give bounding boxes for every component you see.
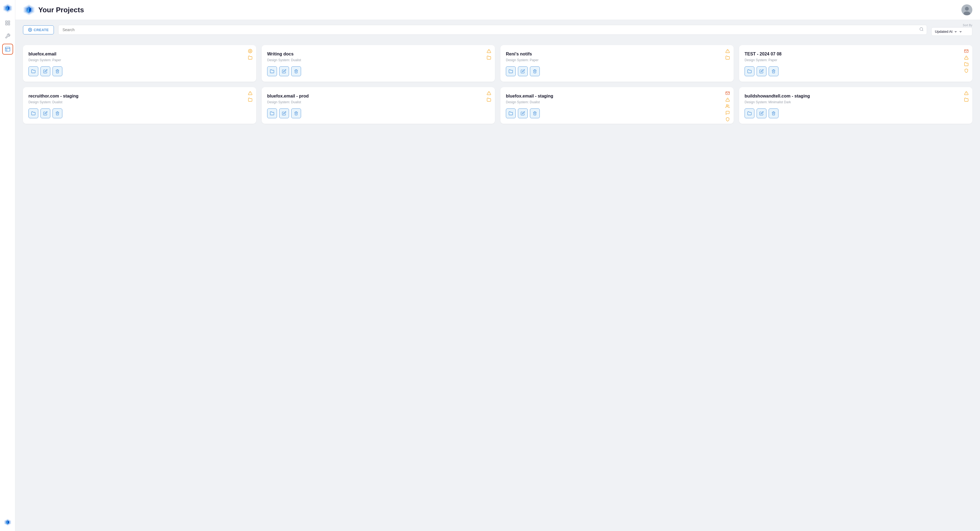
settings-orange-icon: [248, 49, 252, 54]
mail-red-icon: [964, 49, 969, 54]
project-actions: [506, 67, 728, 76]
project-card-icons: [964, 91, 969, 103]
project-card-icons: [725, 49, 730, 61]
svg-point-26: [965, 7, 969, 11]
create-icon: [28, 28, 32, 32]
edit-icon: [43, 69, 48, 73]
project-open-button[interactable]: [267, 67, 277, 76]
sort-wrapper: Sort By Updated At: [931, 24, 972, 36]
project-edit-button[interactable]: [279, 108, 289, 118]
edit-icon: [759, 69, 764, 73]
edit-icon: [759, 111, 764, 116]
chat-orange-icon: [725, 111, 730, 116]
project-card-p7: bluefox.email - stagingDesign System: Du…: [500, 87, 733, 124]
sort-arrow-down-icon: [954, 30, 957, 33]
sidebar: [0, 0, 15, 531]
project-delete-button[interactable]: [52, 108, 62, 118]
folder-orange-icon: [487, 55, 491, 61]
warning-orange-icon: [248, 91, 252, 97]
search-icon: [919, 27, 924, 33]
project-design-system: Design System: Dualist: [29, 100, 251, 104]
project-actions: [745, 108, 967, 118]
projects-content: bluefox.emailDesign System: PaperWriting…: [15, 40, 980, 531]
sidebar-item-tools[interactable]: [2, 30, 13, 41]
project-delete-button[interactable]: [291, 67, 301, 76]
project-edit-button[interactable]: [40, 67, 50, 76]
warning-orange-icon: [964, 91, 969, 97]
project-delete-button[interactable]: [291, 108, 301, 118]
project-open-button[interactable]: [745, 67, 754, 76]
sidebar-item-dashboard[interactable]: [2, 17, 13, 29]
delete-icon: [294, 111, 298, 116]
project-actions: [267, 108, 490, 118]
project-edit-button[interactable]: [757, 108, 767, 118]
project-actions: [267, 67, 490, 76]
folder-orange-icon: [964, 98, 969, 103]
sidebar-item-projects[interactable]: [2, 44, 13, 55]
project-open-button[interactable]: [29, 108, 38, 118]
project-open-button[interactable]: [29, 67, 38, 76]
project-open-button[interactable]: [745, 108, 754, 118]
project-actions: [29, 67, 251, 76]
project-design-system: Design System: Minimalist Dark: [745, 100, 967, 104]
project-card-p6: bluefox.email - prodDesign System: Duali…: [262, 87, 495, 124]
project-edit-button[interactable]: [757, 67, 767, 76]
project-open-button[interactable]: [506, 108, 516, 118]
project-design-system: Design System: Dualist: [267, 100, 490, 104]
folder-orange-icon: [248, 55, 252, 61]
project-delete-button[interactable]: [530, 67, 540, 76]
svg-point-31: [920, 28, 923, 30]
project-design-system: Design System: Dualist: [506, 100, 728, 104]
delete-icon: [772, 69, 776, 73]
toolbar: CREATE Sort By Updated At: [15, 20, 980, 40]
sort-chevron-icon: [959, 30, 962, 33]
shield-orange-icon: [725, 117, 730, 123]
project-open-button[interactable]: [506, 67, 516, 76]
warning-orange-icon: [964, 55, 969, 61]
project-actions: [506, 108, 728, 118]
create-button[interactable]: CREATE: [23, 25, 54, 35]
project-delete-button[interactable]: [530, 108, 540, 118]
project-card-p1: bluefox.emailDesign System: Paper: [23, 45, 256, 82]
project-name: bluefox.email - staging: [506, 94, 720, 98]
edit-icon: [282, 111, 286, 116]
project-delete-button[interactable]: [768, 67, 778, 76]
project-edit-button[interactable]: [518, 108, 528, 118]
project-delete-button[interactable]: [52, 67, 62, 76]
folder-icon: [31, 111, 35, 116]
project-card-icons: [248, 49, 252, 61]
app-logo[interactable]: [3, 3, 13, 13]
projects-grid: bluefox.emailDesign System: PaperWriting…: [23, 45, 972, 124]
folder-icon: [31, 69, 35, 73]
svg-point-33: [250, 51, 251, 52]
project-edit-button[interactable]: [279, 67, 289, 76]
svg-line-32: [922, 30, 923, 31]
project-edit-button[interactable]: [518, 67, 528, 76]
project-edit-button[interactable]: [40, 108, 50, 118]
mail-red-icon: [725, 91, 730, 97]
project-design-system: Design System: Paper: [29, 58, 251, 62]
project-open-button[interactable]: [267, 108, 277, 118]
search-input[interactable]: [58, 25, 927, 35]
user-avatar[interactable]: [961, 4, 972, 15]
search-wrapper: [58, 25, 927, 35]
project-card-p8: buildshowandtell.com - stagingDesign Sys…: [739, 87, 972, 124]
project-card-p2: Writing docsDesign System: Dualist: [262, 45, 495, 82]
delete-icon: [55, 111, 60, 116]
main-content: Your Projects CREATE: [15, 0, 980, 531]
project-card-icons: [248, 91, 252, 103]
edit-icon: [520, 111, 525, 116]
folder-icon: [747, 69, 752, 73]
project-delete-button[interactable]: [768, 108, 778, 118]
project-design-system: Design System: Paper: [745, 58, 967, 62]
warning-orange-icon: [487, 91, 491, 97]
project-name: bluefox.email: [29, 52, 243, 57]
header: Your Projects: [15, 0, 980, 20]
folder-icon: [270, 69, 274, 73]
warning-orange-icon: [487, 49, 491, 54]
shield-orange-icon: [964, 68, 969, 74]
sort-select[interactable]: Updated At: [931, 27, 972, 36]
svg-rect-8: [5, 24, 7, 25]
sidebar-item-bottom-logo[interactable]: [2, 517, 13, 528]
folder-icon: [747, 111, 752, 116]
